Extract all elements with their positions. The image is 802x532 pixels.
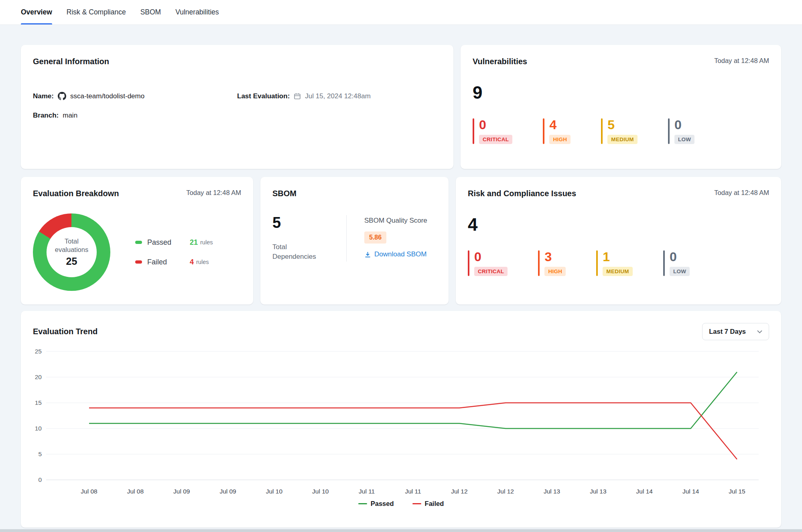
passed-label: Passed (147, 238, 190, 247)
severity-count: 1 (603, 250, 610, 263)
tab-overview[interactable]: Overview (21, 0, 52, 24)
horizontal-scrollbar[interactable] (0, 529, 802, 532)
risk-severity-row: 0 CRITICAL 3 HIGH 1 MEDIUM (468, 250, 769, 276)
svg-text:Jul 12: Jul 12 (451, 488, 467, 495)
repo-name-row: Name: ssca-team/todolist-demo (33, 92, 237, 100)
tab-sbom[interactable]: SBOM (140, 0, 161, 24)
risk-compliance-card: Risk and Compliance Issues Today at 12:4… (456, 177, 781, 305)
svg-text:10: 10 (35, 425, 42, 432)
tab-risk-compliance[interactable]: Risk & Compliance (67, 0, 126, 24)
failed-label: Failed (147, 258, 190, 266)
svg-text:Jul 13: Jul 13 (590, 488, 606, 495)
calendar-icon (294, 93, 301, 100)
name-label: Name: (33, 92, 54, 100)
last-evaluation-row: Last Evaluation: Jul 15, 2024 12:48am (237, 92, 441, 100)
svg-text:Jul 14: Jul 14 (682, 488, 699, 495)
severity-count: 3 (544, 250, 552, 263)
evaluation-breakdown-card: Evaluation Breakdown Today at 12:48 AM T… (21, 177, 253, 305)
svg-text:Jul 09: Jul 09 (219, 488, 236, 495)
donut-center-total: 25 (66, 256, 77, 267)
svg-text:Jul 09: Jul 09 (173, 488, 190, 495)
sbom-quality-score-label: SBOM Quality Score (364, 217, 427, 225)
last-evaluation-label: Last Evaluation: (237, 92, 290, 100)
svg-text:Jul 13: Jul 13 (544, 488, 560, 495)
severity-bar (668, 118, 670, 144)
general-information-title: General Information (33, 57, 109, 66)
severity-count: 0 (674, 118, 682, 131)
branch-value: main (63, 112, 77, 120)
general-information-card: General Information Name: ssca-team/todo… (21, 45, 453, 169)
svg-text:0: 0 (38, 476, 42, 483)
severity-badge: LOW (670, 267, 690, 276)
severity-badge: MEDIUM (603, 267, 633, 276)
failed-count: 4 (190, 258, 194, 266)
severity-count: 0 (479, 118, 486, 131)
svg-text:Jul 10: Jul 10 (312, 488, 329, 495)
failed-unit: rules (196, 259, 209, 265)
svg-text:Jul 14: Jul 14 (636, 488, 653, 495)
svg-text:Jul 12: Jul 12 (497, 488, 514, 495)
breakdown-legend: Passed 21 rules Failed 4 rules (135, 238, 213, 266)
svg-text:Jul 10: Jul 10 (266, 488, 283, 495)
severity-critical: 0 CRITICAL (473, 118, 512, 144)
legend-line-icon (412, 503, 421, 504)
severity-high: 3 HIGH (538, 250, 566, 276)
vulnerabilities-total: 9 (473, 84, 769, 102)
download-sbom-link[interactable]: Download SBOM (364, 250, 426, 258)
svg-text:15: 15 (35, 399, 42, 406)
evaluation-trend-card: Evaluation Trend Last 7 Days 0510152025J… (21, 311, 781, 528)
severity-medium: 5 MEDIUM (601, 118, 638, 144)
sbom-title: SBOM (272, 189, 296, 198)
date-range-dropdown[interactable]: Last 7 Days (702, 323, 769, 340)
passed-unit: rules (200, 239, 213, 246)
severity-count: 5 (607, 118, 615, 131)
branch-row: Branch: main (33, 112, 237, 120)
evaluation-trend-title: Evaluation Trend (33, 327, 97, 336)
github-icon (58, 92, 66, 100)
severity-badge: HIGH (544, 267, 566, 276)
svg-text:Jul 08: Jul 08 (81, 488, 97, 495)
severity-count: 0 (670, 250, 677, 263)
severity-low: 0 LOW (668, 118, 694, 144)
vulnerabilities-timestamp: Today at 12:48 AM (714, 57, 769, 65)
vulnerabilities-card: Vulnerabilities Today at 12:48 AM 9 0 CR… (461, 45, 781, 169)
download-sbom-label: Download SBOM (374, 250, 426, 258)
chevron-down-icon (757, 330, 762, 333)
download-icon (364, 251, 371, 258)
severity-critical: 0 CRITICAL (468, 250, 508, 276)
legend-line-icon (358, 503, 367, 504)
trend-legend-item: Failed (412, 500, 444, 508)
severity-high: 4 HIGH (543, 118, 571, 144)
top-tab-bar: Overview Risk & Compliance SBOM Vulnerab… (0, 0, 802, 25)
severity-bar (601, 118, 603, 144)
severity-badge: CRITICAL (474, 267, 508, 276)
trend-legend-item: Passed (358, 500, 394, 508)
svg-text:5: 5 (38, 451, 42, 457)
severity-bar (543, 118, 544, 144)
date-range-value: Last 7 Days (709, 328, 746, 335)
trend-legend-label: Failed (425, 500, 444, 508)
severity-low: 0 LOW (663, 250, 690, 276)
svg-text:Jul 11: Jul 11 (405, 488, 421, 495)
severity-badge: CRITICAL (479, 135, 512, 144)
total-dependencies-count: 5 (272, 215, 346, 230)
vulnerabilities-title: Vulnerabilities (473, 57, 527, 66)
severity-badge: MEDIUM (607, 135, 638, 144)
branch-label: Branch: (33, 112, 59, 120)
severity-count: 4 (549, 118, 556, 131)
severity-bar (538, 250, 540, 276)
sbom-card: SBOM 5 Total Dependencies SBOM Quality S… (260, 177, 449, 305)
risk-compliance-total: 4 (468, 216, 769, 234)
evaluations-donut-chart: Total evaluations 25 (33, 213, 110, 291)
sbom-quality-score-badge: 5.86 (364, 231, 386, 244)
last-evaluation-value: Jul 15, 2024 12:48am (305, 92, 371, 100)
tab-vulnerabilities[interactable]: Vulnerabilities (175, 0, 219, 24)
evaluation-breakdown-title: Evaluation Breakdown (33, 189, 119, 198)
severity-badge: HIGH (549, 135, 571, 144)
svg-text:Jul 15: Jul 15 (729, 488, 745, 495)
risk-compliance-title: Risk and Compliance Issues (468, 189, 576, 198)
repo-name-value: ssca-team/todolist-demo (70, 92, 144, 100)
trend-legend-label: Passed (371, 500, 394, 508)
evaluation-breakdown-timestamp: Today at 12:48 AM (186, 189, 241, 197)
svg-text:25: 25 (35, 348, 42, 355)
